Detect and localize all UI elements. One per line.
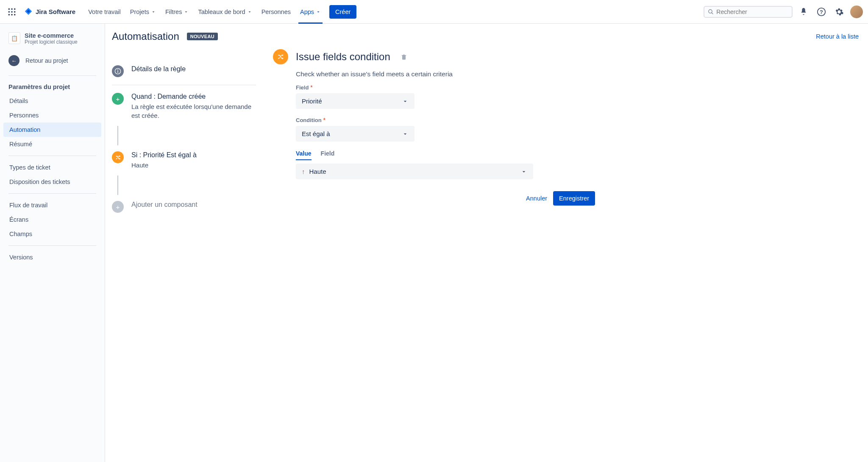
chevron-down-icon bbox=[247, 9, 252, 14]
condition-title: Si : Priorité Est égal à bbox=[131, 151, 197, 159]
tab-field[interactable]: Field bbox=[321, 150, 335, 160]
chevron-down-icon bbox=[520, 168, 527, 175]
value-select[interactable]: ↑ Haute bbox=[296, 164, 533, 179]
condition-value: Haute bbox=[131, 161, 197, 170]
nav-filters[interactable]: Filtres bbox=[161, 5, 193, 19]
nav-apps[interactable]: Apps bbox=[296, 5, 325, 19]
plus-icon: + bbox=[112, 93, 124, 105]
nav-projects[interactable]: Projets bbox=[126, 5, 160, 19]
condition-select[interactable]: Est égal à bbox=[296, 126, 415, 142]
svg-rect-5 bbox=[14, 11, 15, 12]
chevron-down-icon bbox=[402, 131, 409, 137]
chevron-down-icon bbox=[402, 98, 409, 105]
svg-rect-2 bbox=[14, 8, 15, 9]
rule-details[interactable]: Détails de la règle bbox=[112, 59, 256, 83]
required-mark: * bbox=[309, 84, 312, 91]
notifications-icon[interactable] bbox=[797, 5, 810, 19]
top-navigation: Jira Software Votre travail Projets Filt… bbox=[0, 0, 868, 24]
section-title: Paramètres du projet bbox=[3, 80, 101, 94]
chevron-down-icon bbox=[151, 9, 156, 14]
project-type: Projet logiciel classique bbox=[25, 39, 78, 45]
plus-icon: + bbox=[112, 201, 124, 213]
rule-condition[interactable]: Si : Priorité Est égal à Haute bbox=[112, 145, 256, 175]
condition-detail-panel: Retour à la liste Issue fields condition… bbox=[273, 31, 595, 454]
field-select[interactable]: Priorité bbox=[296, 93, 415, 109]
divider bbox=[8, 245, 96, 246]
delete-icon[interactable] bbox=[401, 53, 407, 60]
back-label: Retour au projet bbox=[25, 57, 68, 64]
chevron-down-icon bbox=[184, 9, 189, 14]
sidebar-item-people[interactable]: Personnes bbox=[3, 108, 101, 122]
create-button[interactable]: Créer bbox=[329, 5, 356, 19]
chevron-down-icon bbox=[316, 9, 321, 14]
field-label: Field bbox=[296, 84, 309, 91]
sidebar-item-workflow[interactable]: Flux de travail bbox=[3, 198, 101, 212]
logo-text: Jira Software bbox=[36, 8, 75, 15]
sidebar-item-summary[interactable]: Résumé bbox=[3, 137, 101, 151]
field-value: Priorité bbox=[302, 97, 322, 105]
user-avatar[interactable] bbox=[850, 6, 863, 18]
sidebar-item-screens[interactable]: Écrans bbox=[3, 212, 101, 227]
condition-value: Est égal à bbox=[302, 130, 330, 137]
project-name: Site e-commerce bbox=[25, 32, 78, 39]
nav-dashboards[interactable]: Tableaux de bord bbox=[194, 5, 256, 19]
save-button[interactable]: Enregistrer bbox=[553, 191, 595, 206]
cancel-button[interactable]: Annuler bbox=[526, 195, 547, 202]
info-icon bbox=[112, 65, 124, 77]
sidebar-item-versions[interactable]: Versions bbox=[3, 250, 101, 264]
rule-list: Détails de la règle + Quand : Demande cr… bbox=[112, 59, 256, 219]
sidebar-item-issue-types[interactable]: Types de ticket bbox=[3, 160, 101, 175]
nav-right: ? bbox=[704, 5, 863, 19]
value-text: Haute bbox=[309, 168, 326, 175]
connector-line bbox=[117, 126, 118, 145]
svg-rect-6 bbox=[8, 14, 10, 15]
jira-logo[interactable]: Jira Software bbox=[20, 7, 79, 17]
tab-value[interactable]: Value bbox=[296, 150, 312, 160]
svg-line-10 bbox=[712, 12, 713, 14]
main-content: Automatisation NOUVEAU Détails de la règ… bbox=[105, 24, 868, 462]
svg-rect-8 bbox=[14, 14, 15, 15]
add-component[interactable]: + Ajouter un composant bbox=[112, 195, 256, 219]
condition-panel-title: Issue fields condition bbox=[296, 51, 390, 63]
svg-rect-4 bbox=[11, 11, 12, 12]
nav-items: Votre travail Projets Filtres Tableaux d… bbox=[84, 5, 356, 19]
condition-header: Issue fields condition bbox=[273, 49, 595, 64]
nav-people[interactable]: Personnes bbox=[257, 5, 295, 19]
return-to-list[interactable]: Retour à la liste bbox=[816, 33, 859, 40]
condition-form: Field * Priorité Condition * Est égal à … bbox=[296, 84, 595, 206]
svg-point-9 bbox=[709, 9, 712, 13]
nav-your-work[interactable]: Votre travail bbox=[84, 5, 125, 19]
shuffle-icon bbox=[112, 151, 124, 163]
app-switcher-icon[interactable] bbox=[5, 5, 19, 19]
settings-icon[interactable] bbox=[832, 5, 846, 19]
sidebar: 📋 Site e-commerce Projet logiciel classi… bbox=[0, 24, 105, 462]
rule-builder-column: Automatisation NOUVEAU Détails de la règ… bbox=[112, 31, 256, 454]
sidebar-item-fields[interactable]: Champs bbox=[3, 227, 101, 241]
rule-details-label: Détails de la règle bbox=[131, 65, 186, 77]
connector-line bbox=[117, 175, 118, 195]
divider bbox=[8, 193, 96, 194]
sidebar-item-issue-layout[interactable]: Disposition des tickets bbox=[3, 175, 101, 189]
trigger-title: Quand : Demande créée bbox=[131, 93, 256, 100]
sidebar-item-details[interactable]: Détails bbox=[3, 94, 101, 108]
required-mark: * bbox=[322, 117, 326, 123]
trigger-desc: La règle est exécutée lorsqu'une demande… bbox=[131, 102, 256, 120]
search-box[interactable] bbox=[704, 6, 793, 18]
rule-trigger[interactable]: + Quand : Demande créée La règle est exé… bbox=[112, 87, 256, 126]
sidebar-item-automation[interactable]: Automation bbox=[3, 122, 101, 137]
add-component-label: Ajouter un composant bbox=[131, 201, 198, 213]
help-icon[interactable]: ? bbox=[815, 5, 828, 19]
divider bbox=[112, 85, 256, 85]
svg-point-14 bbox=[117, 70, 118, 70]
svg-rect-1 bbox=[11, 8, 12, 9]
svg-rect-3 bbox=[8, 11, 10, 12]
svg-rect-0 bbox=[8, 8, 10, 9]
value-tabs: Value Field bbox=[296, 150, 595, 160]
shuffle-icon bbox=[273, 49, 288, 64]
page-header: Automatisation NOUVEAU bbox=[112, 31, 256, 42]
project-icon: 📋 bbox=[8, 32, 20, 44]
back-to-project[interactable]: ← Retour au projet bbox=[3, 51, 101, 70]
divider bbox=[8, 156, 96, 156]
search-input[interactable] bbox=[716, 8, 788, 15]
condition-label: Condition bbox=[296, 117, 322, 123]
